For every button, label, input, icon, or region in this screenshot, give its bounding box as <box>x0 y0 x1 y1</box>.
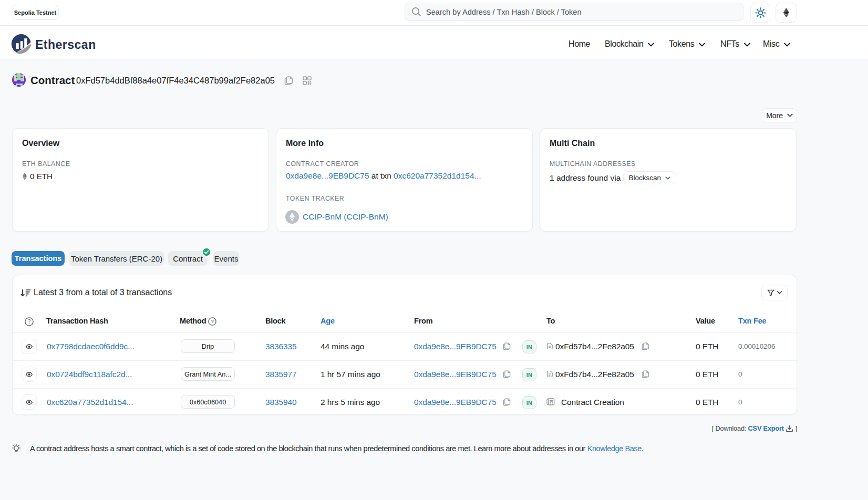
svg-text:?: ? <box>28 319 31 325</box>
svg-text:?: ? <box>211 318 213 324</box>
